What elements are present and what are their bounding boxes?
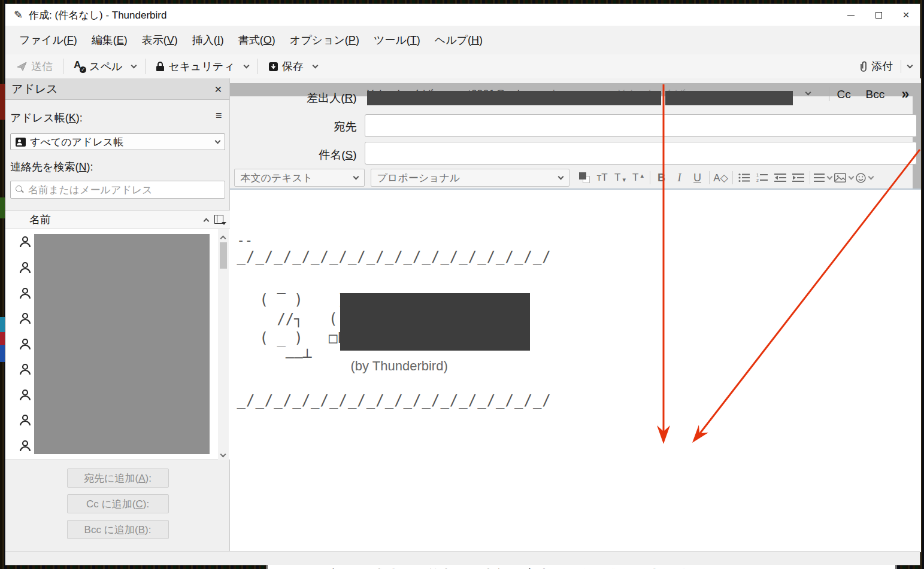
person-icon — [19, 363, 32, 376]
person-icon — [19, 439, 32, 452]
toolbar-separator — [901, 60, 901, 73]
attach-dropdown[interactable] — [904, 61, 916, 72]
menu-insert[interactable]: 挿入(I) — [186, 29, 231, 51]
person-icon — [19, 337, 32, 351]
menu-file[interactable]: ファイル(F) — [13, 29, 84, 51]
chevron-down-icon — [826, 174, 832, 179]
person-icon — [19, 287, 32, 300]
format-toolbar: 本文のテキスト プロポーショナル тT T▾ T▴ B I U A◇ — [230, 167, 921, 188]
name-column-header[interactable]: 名前 — [5, 210, 230, 229]
menu-help[interactable]: ヘルプ(H) — [428, 29, 489, 51]
indent-button[interactable] — [789, 169, 807, 187]
desktop-edge-speck — [0, 197, 5, 218]
add-bcc-button[interactable]: Bcc に追加(B): — [67, 520, 169, 539]
contact-list-scrollbar[interactable] — [218, 229, 229, 460]
font-size-up-button[interactable]: T▴ — [629, 169, 647, 187]
toolbar-separator — [257, 59, 258, 74]
search-icon — [16, 185, 24, 194]
menu-options[interactable]: オプション(P) — [283, 29, 366, 51]
save-button[interactable]: 保存 — [263, 56, 309, 77]
maximize-button[interactable] — [865, 4, 892, 26]
align-button[interactable] — [813, 169, 833, 187]
outdent-button[interactable] — [771, 169, 789, 187]
menu-view[interactable]: 表示(V) — [135, 29, 184, 51]
person-icon — [19, 413, 32, 427]
format-separator — [810, 171, 810, 184]
format-separator — [732, 171, 733, 184]
cc-button[interactable]: Cc — [837, 88, 851, 101]
scroll-down-icon[interactable] — [220, 452, 226, 458]
scroll-up-icon[interactable] — [220, 236, 226, 242]
desktop-edge-speck — [0, 332, 5, 345]
italic-button[interactable]: I — [671, 169, 689, 187]
titlebar: ✎ 作成: (件名なし) - Thunderbird × — [5, 4, 920, 26]
annotation-text: メールの新規作成時に、差出人の上部や宛先、件名の末尾に太い枠のようなものが現れま… — [274, 567, 889, 569]
spell-dropdown[interactable] — [128, 61, 140, 72]
security-button[interactable]: セキュリティ — [150, 56, 240, 77]
from-select[interactable]: Yahoo!つくば ammt6901@yahoo.co.jp Yahoo!つくば — [367, 86, 804, 106]
search-contacts-label: 連絡先を検索(N): — [10, 160, 93, 174]
thunderbird-compose-window: ✎ 作成: (件名なし) - Thunderbird × ファイル(F) 編集(… — [5, 4, 920, 565]
hamburger-menu-icon[interactable]: ≡ — [216, 109, 222, 122]
close-button[interactable]: × — [892, 4, 920, 26]
text-color-button[interactable] — [575, 169, 593, 187]
paragraph-format-select[interactable]: 本文のテキスト — [234, 169, 365, 187]
to-input[interactable] — [365, 114, 917, 137]
attach-group: 添付 — [854, 54, 916, 78]
format-buttons: тT T▾ T▴ B I U A◇ 12 — [575, 167, 874, 188]
subject-input[interactable] — [365, 142, 917, 165]
menu-format[interactable]: 書式(O) — [232, 29, 282, 51]
redaction-bar — [367, 91, 661, 105]
bullet-list-button[interactable] — [735, 169, 753, 187]
sidebar-title: アドレス — [11, 81, 207, 97]
align-lines-icon — [814, 174, 825, 182]
bcc-button[interactable]: Bcc — [866, 88, 885, 101]
toolbar-separator — [63, 59, 63, 74]
send-button[interactable]: 送信 — [11, 56, 58, 77]
save-dropdown[interactable] — [309, 61, 322, 72]
person-icon — [19, 312, 32, 325]
menubar: ファイル(F) 編集(E) 表示(V) 挿入(I) 書式(O) オプション(P)… — [5, 26, 920, 54]
spellcheck-icon: A✓ — [74, 60, 86, 72]
person-icon — [19, 261, 32, 274]
header-separator — [829, 87, 829, 101]
font-smaller-button[interactable]: тT — [593, 169, 611, 187]
menu-edit[interactable]: 編集(E) — [85, 29, 134, 51]
svg-text:1: 1 — [756, 173, 759, 177]
paperclip-icon — [859, 60, 868, 72]
scrollbar-thumb[interactable] — [220, 242, 227, 269]
more-recipients-button[interactable]: » — [902, 86, 910, 102]
bold-button[interactable]: B — [653, 169, 671, 187]
add-to-button[interactable]: 宛先に追加(A): — [67, 468, 169, 488]
desktop-edge-speck — [0, 84, 5, 120]
font-select[interactable]: プロポーショナル — [371, 169, 569, 187]
minimize-button[interactable] — [837, 4, 865, 26]
numbered-list-button[interactable]: 12 — [753, 169, 771, 187]
address-book-label: アドレス帳(K): — [10, 111, 83, 125]
insert-image-button[interactable] — [833, 169, 855, 187]
person-icon — [19, 388, 32, 401]
contact-list[interactable] — [5, 229, 230, 460]
numbered-list-icon: 12 — [756, 173, 768, 182]
search-placeholder: 名前またはメールアドレス — [28, 183, 153, 197]
spell-button[interactable]: A✓ スペル — [68, 56, 128, 77]
column-picker-icon[interactable] — [214, 214, 226, 225]
security-dropdown[interactable] — [240, 61, 253, 72]
content-area: アドレス × アドレス帳(K): ≡ すべてのアドレス帳 連絡先を検索(N): … — [5, 78, 920, 552]
sidebar-close-button[interactable]: × — [207, 82, 229, 96]
smiley-icon — [856, 173, 866, 183]
add-cc-button[interactable]: Cc に追加(C): — [67, 494, 169, 513]
person-icon — [19, 235, 32, 248]
address-book-select[interactable]: すべてのアドレス帳 — [10, 133, 225, 150]
compose-header: 差出人(R) Yahoo!つくば ammt6901@yahoo.co.jp Ya… — [230, 78, 921, 190]
contact-search-input[interactable]: 名前またはメールアドレス — [10, 181, 225, 199]
remove-styling-button[interactable]: A◇ — [712, 169, 730, 187]
chevron-down-icon — [868, 174, 874, 179]
attach-button[interactable]: 添付 — [854, 56, 898, 77]
menu-tools[interactable]: ツール(T) — [367, 29, 427, 51]
message-body[interactable]: -- _/_/_/_/_/_/_/_/_/_/_/_/_/_/_/_/_/ ( … — [230, 190, 921, 552]
smiley-button[interactable] — [855, 169, 874, 187]
font-size-down-button[interactable]: T▾ — [611, 169, 629, 187]
underline-button[interactable]: U — [689, 169, 707, 187]
lock-icon — [156, 61, 165, 72]
